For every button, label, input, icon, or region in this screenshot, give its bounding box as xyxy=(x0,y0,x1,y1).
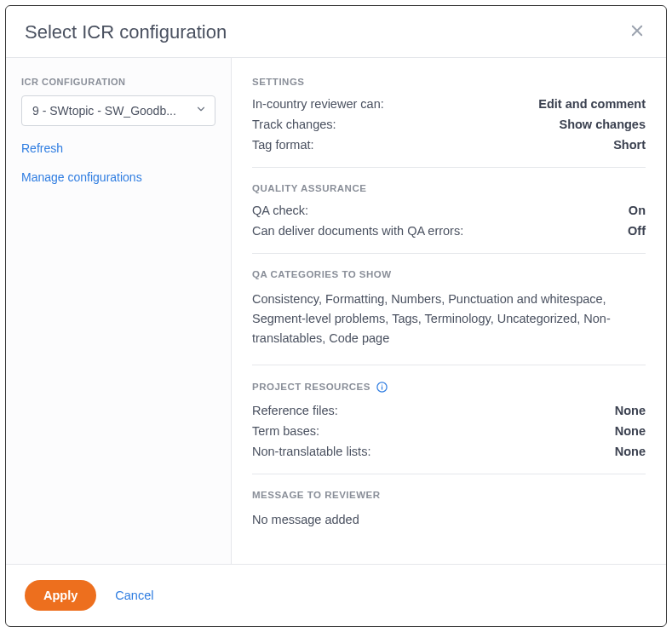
message-title: MESSAGE TO REVIEWER xyxy=(252,490,646,500)
sidebar: ICR CONFIGURATION 9 - SWtopic - SW_Goodb… xyxy=(6,58,232,564)
row-value: Edit and comment xyxy=(538,97,646,111)
dialog: Select ICR configuration ICR CONFIGURATI… xyxy=(5,5,667,627)
row-label: Term bases: xyxy=(252,424,319,438)
close-icon xyxy=(629,23,645,42)
row-value: Short xyxy=(613,138,646,152)
content-scroll[interactable]: SETTINGS In-country reviewer can: Edit a… xyxy=(232,58,666,564)
message-section: MESSAGE TO REVIEWER No message added xyxy=(252,490,646,545)
resources-title: PROJECT RESOURCES xyxy=(252,381,646,394)
qa-categories-body: Consistency, Formatting, Numbers, Punctu… xyxy=(252,290,646,349)
row-label: Can deliver documents with QA errors: xyxy=(252,224,463,238)
row-label: Tag format: xyxy=(252,138,314,152)
settings-row-reviewer: In-country reviewer can: Edit and commen… xyxy=(252,97,646,111)
row-value: Show changes xyxy=(559,118,646,131)
resources-title-text: PROJECT RESOURCES xyxy=(252,382,370,392)
row-label: Track changes: xyxy=(252,118,336,131)
close-button[interactable] xyxy=(627,22,647,43)
row-label: Non-translatable lists: xyxy=(252,445,370,458)
settings-row-tag: Tag format: Short xyxy=(252,138,646,152)
configuration-select[interactable]: 9 - SWtopic - SW_Goodb... xyxy=(21,95,215,126)
qa-title: QUALITY ASSURANCE xyxy=(252,183,646,193)
row-label: In-country reviewer can: xyxy=(252,97,384,111)
row-value: On xyxy=(629,204,646,217)
settings-row-track: Track changes: Show changes xyxy=(252,118,646,131)
cancel-button[interactable]: Cancel xyxy=(115,589,153,602)
qa-categories-section: QA CATEGORIES TO SHOW Consistency, Forma… xyxy=(252,269,646,365)
message-body: No message added xyxy=(252,510,646,530)
qa-row-check: QA check: On xyxy=(252,204,646,217)
row-label: QA check: xyxy=(252,204,308,217)
dialog-body: ICR CONFIGURATION 9 - SWtopic - SW_Goodb… xyxy=(6,58,666,564)
configuration-select-value: 9 - SWtopic - SW_Goodb... xyxy=(21,95,215,126)
settings-section: SETTINGS In-country reviewer can: Edit a… xyxy=(252,77,646,168)
resources-row-ref: Reference files: None xyxy=(252,404,646,417)
dialog-footer: Apply Cancel xyxy=(6,564,666,626)
qa-section: QUALITY ASSURANCE QA check: On Can deliv… xyxy=(252,183,646,254)
resources-row-tb: Term bases: None xyxy=(252,424,646,438)
row-value: Off xyxy=(628,224,646,238)
dialog-title: Select ICR configuration xyxy=(25,21,227,43)
refresh-link[interactable]: Refresh xyxy=(21,141,215,155)
info-icon[interactable] xyxy=(376,381,388,394)
sidebar-label: ICR CONFIGURATION xyxy=(21,77,215,87)
resources-section: PROJECT RESOURCES Reference files: None … xyxy=(252,381,646,474)
dialog-header: Select ICR configuration xyxy=(6,6,666,58)
svg-point-4 xyxy=(382,384,382,385)
resources-row-nt: Non-translatable lists: None xyxy=(252,445,646,458)
qa-categories-title: QA CATEGORIES TO SHOW xyxy=(252,269,646,279)
row-value: None xyxy=(615,445,646,458)
row-value: None xyxy=(615,424,646,438)
settings-title: SETTINGS xyxy=(252,77,646,87)
row-value: None xyxy=(615,404,646,417)
apply-button[interactable]: Apply xyxy=(25,580,96,611)
manage-configurations-link[interactable]: Manage configurations xyxy=(21,170,215,184)
qa-row-deliver: Can deliver documents with QA errors: Of… xyxy=(252,224,646,238)
row-label: Reference files: xyxy=(252,404,338,417)
